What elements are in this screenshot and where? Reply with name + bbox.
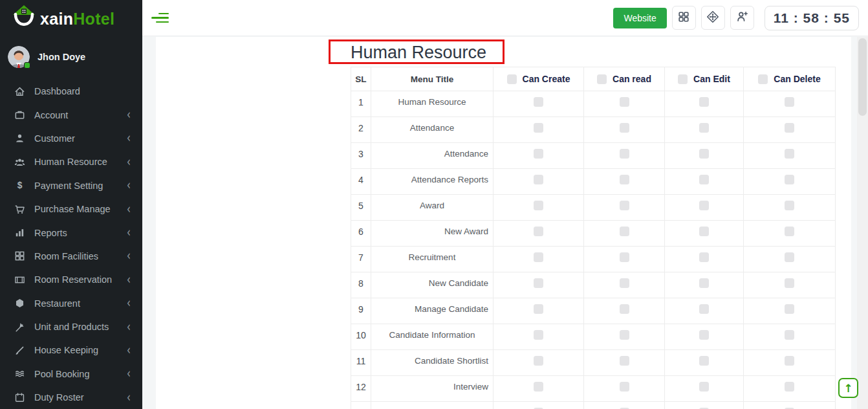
- sidebar-item-label: Human Resource: [34, 157, 107, 167]
- can-edit-checkbox[interactable]: [699, 330, 709, 340]
- can-read-checkbox[interactable]: [620, 201, 629, 210]
- can-delete-checkbox[interactable]: [785, 201, 794, 210]
- can-read-cell: [584, 221, 665, 247]
- can-delete-checkbox[interactable]: [785, 330, 794, 340]
- can-edit-checkbox[interactable]: [699, 356, 709, 366]
- can-read-header: Can read: [584, 67, 665, 91]
- can-delete-checkbox[interactable]: [785, 382, 794, 392]
- can-edit-checkbox[interactable]: [699, 201, 709, 210]
- row-menu-title: Recruitment: [371, 247, 494, 272]
- brush-icon: [12, 345, 27, 356]
- flag-icon: [12, 322, 27, 333]
- can-delete-checkbox[interactable]: [785, 175, 794, 184]
- can-edit-checkbox[interactable]: [699, 123, 709, 133]
- sidebar-item-customer[interactable]: Customer‹: [0, 127, 142, 150]
- can-read-checkbox[interactable]: [620, 278, 629, 288]
- content-card: Human Resource SL Menu Title Can Create …: [156, 37, 851, 409]
- can-edit-select-all-checkbox[interactable]: [678, 74, 688, 84]
- can-delete-select-all-checkbox[interactable]: [758, 74, 768, 84]
- add-user-button[interactable]: [730, 6, 754, 30]
- chevron-left-icon: ‹: [127, 296, 131, 310]
- sidebar-item-label: Payment Setting: [34, 181, 103, 191]
- scroll-to-top-button[interactable]: ↑: [838, 378, 858, 398]
- can-read-checkbox[interactable]: [620, 123, 629, 133]
- scrollbar-track[interactable]: [857, 37, 868, 409]
- sidebar-item-room-reservation[interactable]: Room Reservation‹: [0, 268, 142, 291]
- can-read-cell: [584, 91, 665, 117]
- can-create-checkbox[interactable]: [534, 278, 543, 288]
- row-menu-title: Interview: [371, 376, 494, 402]
- sidebar-item-duty-roster[interactable]: Duty Roster‹: [0, 386, 142, 409]
- row-menu-title: Candidate Shortlist: [371, 350, 494, 376]
- can-edit-checkbox[interactable]: [699, 175, 709, 184]
- can-edit-checkbox[interactable]: [699, 382, 709, 392]
- can-read-checkbox[interactable]: [620, 356, 629, 366]
- can-delete-checkbox[interactable]: [785, 252, 794, 262]
- can-edit-checkbox[interactable]: [699, 278, 709, 288]
- can-read-checkbox[interactable]: [620, 382, 629, 392]
- can-create-checkbox[interactable]: [534, 175, 543, 184]
- sidebar-item-human-resource[interactable]: Human Resource‹: [0, 150, 142, 173]
- can-edit-checkbox[interactable]: [699, 252, 709, 262]
- sidebar-item-account[interactable]: Account‹: [0, 103, 142, 126]
- can-read-select-all-checkbox[interactable]: [597, 74, 607, 84]
- can-create-checkbox[interactable]: [534, 149, 543, 159]
- row-sl: 5: [351, 195, 371, 221]
- can-create-checkbox[interactable]: [534, 330, 543, 340]
- can-create-checkbox[interactable]: [534, 382, 543, 392]
- can-create-checkbox[interactable]: [534, 356, 543, 366]
- can-edit-cell: [665, 402, 744, 409]
- sidebar-item-payment-setting[interactable]: $Payment Setting‹: [0, 174, 142, 197]
- sidebar-item-house-keeping[interactable]: House Keeping‹: [0, 338, 142, 362]
- row-sl: 3: [351, 143, 371, 169]
- can-create-cell: [494, 272, 584, 298]
- sidebar-item-unit-and-products[interactable]: Unit and Products‹: [0, 315, 142, 338]
- sidebar-item-pool-booking[interactable]: Pool Booking‹: [0, 362, 142, 386]
- can-read-checkbox[interactable]: [620, 149, 629, 159]
- can-create-checkbox[interactable]: [534, 304, 543, 314]
- sidebar-item-dashboard[interactable]: Dashboard: [0, 80, 142, 103]
- can-create-checkbox[interactable]: [534, 123, 543, 133]
- user-profile[interactable]: Jhon Doye: [0, 38, 142, 76]
- website-button[interactable]: Website: [613, 8, 666, 28]
- can-edit-checkbox[interactable]: [699, 97, 709, 107]
- can-edit-checkbox[interactable]: [699, 149, 709, 159]
- can-delete-checkbox[interactable]: [785, 356, 794, 366]
- cart-icon: [12, 204, 27, 215]
- table-header-row: SL Menu Title Can Create Can read Can Ed…: [351, 67, 836, 91]
- can-create-select-all-checkbox[interactable]: [507, 74, 517, 84]
- can-create-checkbox[interactable]: [534, 201, 543, 210]
- sidebar-toggle-hamburger-icon[interactable]: [151, 13, 169, 23]
- can-delete-checkbox[interactable]: [785, 149, 794, 159]
- can-read-checkbox[interactable]: [620, 97, 629, 107]
- can-delete-cell: [744, 91, 836, 117]
- can-delete-checkbox[interactable]: [785, 97, 794, 107]
- sidebar-item-restaurent[interactable]: Restaurent‹: [0, 292, 142, 315]
- can-edit-checkbox[interactable]: [699, 227, 709, 236]
- sidebar-item-room-facilities[interactable]: Room Facilities‹: [0, 245, 142, 268]
- table-row: 6New Award: [351, 221, 836, 247]
- navigate-diamond-button[interactable]: [701, 6, 725, 30]
- can-create-cell: [494, 195, 584, 221]
- can-read-checkbox[interactable]: [620, 252, 629, 262]
- can-read-checkbox[interactable]: [620, 330, 629, 340]
- sidebar-item-purchase-manage[interactable]: Purchase Manage‹: [0, 197, 142, 221]
- can-read-checkbox[interactable]: [620, 304, 629, 314]
- brand-name: xainHotel: [40, 10, 114, 28]
- can-delete-checkbox[interactable]: [785, 304, 794, 314]
- can-delete-checkbox[interactable]: [785, 123, 794, 133]
- can-edit-checkbox[interactable]: [699, 304, 709, 314]
- can-delete-cell: [744, 298, 836, 324]
- scrollbar-thumb[interactable]: [858, 38, 867, 116]
- can-read-checkbox[interactable]: [620, 175, 629, 184]
- can-create-checkbox[interactable]: [534, 252, 543, 262]
- can-create-checkbox[interactable]: [534, 97, 543, 107]
- can-create-checkbox[interactable]: [534, 227, 543, 236]
- can-read-checkbox[interactable]: [620, 227, 629, 236]
- brand-logo[interactable]: xainHotel: [0, 0, 142, 38]
- columns-icon: [12, 274, 27, 285]
- can-delete-checkbox[interactable]: [785, 278, 794, 288]
- apps-grid-button[interactable]: [672, 6, 696, 30]
- sidebar-item-reports[interactable]: Reports‹: [0, 221, 142, 244]
- can-delete-checkbox[interactable]: [785, 227, 794, 236]
